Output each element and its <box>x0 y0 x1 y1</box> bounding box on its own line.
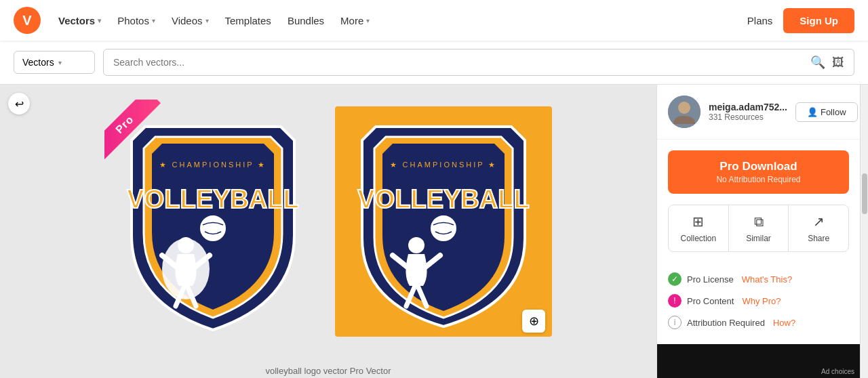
scrollbar-track <box>860 85 868 378</box>
left-panel: ↩ Pro ★ CHAMPIONSHIP ★ <box>0 85 656 378</box>
attribution-icon: i <box>668 316 682 329</box>
signup-button[interactable]: Sign Up <box>783 8 854 33</box>
zoom-icon: ⊕ <box>529 314 539 329</box>
pro-content-link[interactable]: Why Pro? <box>742 296 781 306</box>
svg-point-9 <box>430 215 457 242</box>
logo-letter: V <box>22 13 31 28</box>
chevron-down-icon: ▾ <box>58 59 62 66</box>
nav-bundles[interactable]: Bundles <box>281 11 331 30</box>
image-wrapper-orange: ★ CHAMPIONSHIP ★ VOLLEYBALL ⊕ <box>335 106 552 339</box>
svg-text:VOLLEYBALL: VOLLEYBALL <box>127 185 298 213</box>
follow-label: Follow <box>821 107 846 117</box>
image-caption: volleyball logo vector Pro Vector <box>0 360 656 378</box>
svg-point-3 <box>199 215 226 242</box>
pro-content-row: ! Pro Content Why Pro? <box>668 290 849 312</box>
nav-photos[interactable]: Photos ▾ <box>111 11 162 30</box>
search-category-label: Vectors <box>22 57 54 68</box>
share-button[interactable]: ↗ Share <box>789 205 848 251</box>
collection-button[interactable]: ⊞ Collection <box>669 205 729 251</box>
pro-download-subtitle: No Attribution Required <box>682 175 835 184</box>
header-right: Plans Sign Up <box>747 8 854 33</box>
pro-ribbon-label: Pro <box>104 100 161 161</box>
image-search-icon[interactable]: 🖼 <box>832 56 844 70</box>
ad-label: Ad choices <box>821 368 854 375</box>
similar-button[interactable]: ⧉ Similar <box>729 205 789 251</box>
svg-text:★ CHAMPIONSHIP ★: ★ CHAMPIONSHIP ★ <box>390 161 498 169</box>
nav-templates[interactable]: Templates <box>218 11 278 30</box>
main-content: ↩ Pro ★ CHAMPIONSHIP ★ <box>0 85 868 378</box>
author-name: meiga.adam752... <box>709 102 787 112</box>
author-info: meiga.adam752... 331 Resources <box>709 102 787 122</box>
right-panel: meiga.adam752... 331 Resources 👤 Follow … <box>656 85 860 378</box>
search-category-dropdown[interactable]: Vectors ▾ <box>14 51 95 74</box>
pro-license-link[interactable]: What's This? <box>742 274 793 285</box>
back-icon: ↩ <box>15 98 24 110</box>
attribution-text: Attribution Required <box>687 318 765 328</box>
volleyball-image-orange: ★ CHAMPIONSHIP ★ VOLLEYBALL <box>335 106 552 337</box>
search-input-wrap: 🔍 🖼 <box>103 49 854 76</box>
pro-content-icon: ! <box>668 294 682 308</box>
pro-download-button[interactable]: Pro Download No Attribution Required <box>668 150 849 194</box>
header: V Vectors ▾ Photos ▾ Videos ▾ Templates … <box>0 0 868 41</box>
svg-text:VOLLEYBALL: VOLLEYBALL <box>357 185 529 213</box>
follow-person-icon: 👤 <box>807 107 818 117</box>
share-icon: ↗ <box>813 213 825 230</box>
chevron-down-icon: ▾ <box>152 17 155 24</box>
nav-videos[interactable]: Videos ▾ <box>165 11 216 30</box>
similar-icon: ⧉ <box>754 214 764 230</box>
search-bar: Vectors ▾ 🔍 🖼 <box>0 41 868 85</box>
logo[interactable]: V <box>14 7 41 34</box>
scrollbar-thumb[interactable] <box>862 173 867 214</box>
share-label: Share <box>808 234 829 243</box>
back-button[interactable]: ↩ <box>8 93 30 114</box>
author-resources: 331 Resources <box>709 112 787 122</box>
follow-button[interactable]: 👤 Follow <box>795 102 858 122</box>
collection-icon: ⊞ <box>692 213 704 230</box>
chevron-down-icon: ▾ <box>205 17 209 24</box>
attribution-link[interactable]: How? <box>773 318 795 328</box>
svg-text:★ CHAMPIONSHIP ★: ★ CHAMPIONSHIP ★ <box>159 161 267 169</box>
svg-point-12 <box>678 102 690 114</box>
collection-label: Collection <box>680 234 716 243</box>
pro-content-text: Pro Content <box>687 296 734 306</box>
attribution-row: i Attribution Required How? <box>668 312 849 333</box>
images-container: Pro ★ CHAMPIONSHIP ★ VOLLEYBALL <box>0 85 656 360</box>
image-wrapper-white: Pro ★ CHAMPIONSHIP ★ VOLLEYBALL <box>104 100 321 346</box>
author-avatar <box>668 96 701 128</box>
plans-link[interactable]: Plans <box>747 15 773 26</box>
author-section: meiga.adam752... 331 Resources 👤 Follow <box>657 85 860 140</box>
similar-label: Similar <box>746 234 771 243</box>
svg-point-10 <box>408 237 425 253</box>
search-input[interactable] <box>113 57 810 68</box>
search-icons: 🔍 🖼 <box>810 55 844 70</box>
pro-download-title: Pro Download <box>682 160 835 173</box>
main-nav: Vectors ▾ Photos ▾ Videos ▾ Templates Bu… <box>52 11 747 30</box>
pro-license-icon: ✓ <box>668 272 682 286</box>
ad-area: Ad choices <box>657 344 860 378</box>
caption-text: volleyball logo vector Pro Vector <box>266 366 391 376</box>
chevron-down-icon: ▾ <box>366 17 370 24</box>
pro-license-row: ✓ Pro License What's This? <box>668 268 849 290</box>
svg-point-5 <box>178 237 194 253</box>
action-buttons: ⊞ Collection ⧉ Similar ↗ Share <box>668 205 849 252</box>
nav-more[interactable]: More ▾ <box>334 11 376 30</box>
pro-ribbon: Pro <box>104 100 165 161</box>
search-icon[interactable]: 🔍 <box>810 55 825 70</box>
chevron-down-icon: ▾ <box>98 17 101 24</box>
license-section: ✓ Pro License What's This? ! Pro Content… <box>657 263 860 344</box>
nav-vectors[interactable]: Vectors ▾ <box>52 11 108 30</box>
pro-license-text: Pro License <box>687 274 734 285</box>
zoom-button[interactable]: ⊕ <box>522 310 545 333</box>
